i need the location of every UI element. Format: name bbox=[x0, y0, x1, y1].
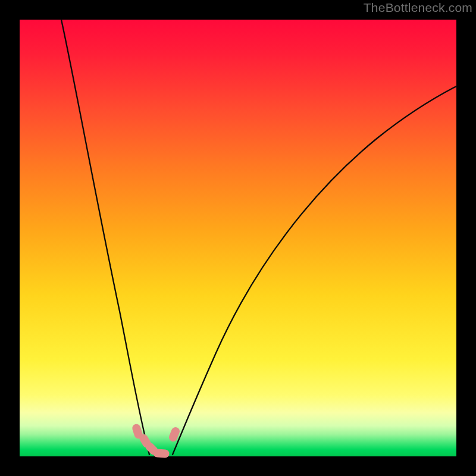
curve-left-branch bbox=[61, 20, 149, 455]
watermark-text: TheBottleneck.com bbox=[364, 1, 472, 15]
outer-frame: TheBottleneck.com bbox=[0, 0, 476, 476]
plot-area bbox=[20, 20, 456, 456]
curve-layer bbox=[20, 20, 456, 456]
curve-right-branch bbox=[173, 86, 456, 455]
valley-blob bbox=[153, 449, 170, 458]
